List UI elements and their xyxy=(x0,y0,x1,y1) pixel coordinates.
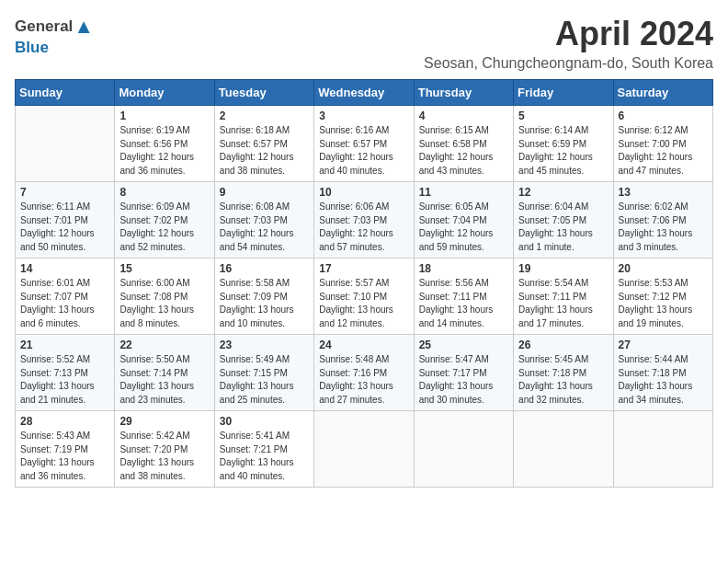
calendar-cell xyxy=(613,411,712,488)
weekday-header-friday: Friday xyxy=(514,80,613,106)
day-info: Sunrise: 5:44 AM Sunset: 7:18 PM Dayligh… xyxy=(619,353,708,407)
calendar-cell xyxy=(16,106,115,182)
calendar-cell xyxy=(314,411,414,488)
calendar-cell: 11Sunrise: 6:05 AM Sunset: 7:04 PM Dayli… xyxy=(414,182,513,259)
calendar-cell: 21Sunrise: 5:52 AM Sunset: 7:13 PM Dayli… xyxy=(16,335,115,411)
day-number: 2 xyxy=(220,109,309,122)
calendar-week-5: 28Sunrise: 5:43 AM Sunset: 7:19 PM Dayli… xyxy=(16,411,713,488)
day-number: 4 xyxy=(419,109,508,122)
calendar-cell: 28Sunrise: 5:43 AM Sunset: 7:19 PM Dayli… xyxy=(16,411,115,488)
title-area: April 2024 Seosan, Chungcheongnam-do, So… xyxy=(424,15,713,72)
day-number: 6 xyxy=(619,109,708,122)
calendar-cell xyxy=(514,411,613,488)
day-info: Sunrise: 5:45 AM Sunset: 7:18 PM Dayligh… xyxy=(518,353,608,407)
day-info: Sunrise: 6:12 AM Sunset: 7:00 PM Dayligh… xyxy=(619,124,708,178)
day-number: 3 xyxy=(319,109,408,122)
calendar-cell: 22Sunrise: 5:50 AM Sunset: 7:14 PM Dayli… xyxy=(115,335,214,411)
calendar-cell: 13Sunrise: 6:02 AM Sunset: 7:06 PM Dayli… xyxy=(613,182,712,259)
calendar-week-2: 7Sunrise: 6:11 AM Sunset: 7:01 PM Daylig… xyxy=(16,182,713,259)
calendar-cell: 5Sunrise: 6:14 AM Sunset: 6:59 PM Daylig… xyxy=(514,106,613,182)
day-number: 22 xyxy=(119,339,209,351)
page-header: General ▲ Blue April 2024 Seosan, Chungc… xyxy=(15,15,713,72)
month-title: April 2024 xyxy=(424,15,713,53)
day-info: Sunrise: 5:47 AM Sunset: 7:17 PM Dayligh… xyxy=(419,353,508,407)
weekday-header-wednesday: Wednesday xyxy=(314,80,414,106)
day-number: 23 xyxy=(220,339,309,351)
day-number: 21 xyxy=(20,339,109,351)
day-number: 27 xyxy=(619,339,708,351)
day-info: Sunrise: 5:52 AM Sunset: 7:13 PM Dayligh… xyxy=(20,353,109,407)
day-info: Sunrise: 6:14 AM Sunset: 6:59 PM Dayligh… xyxy=(518,124,608,178)
day-number: 9 xyxy=(220,186,309,199)
day-info: Sunrise: 6:01 AM Sunset: 7:07 PM Dayligh… xyxy=(20,277,109,330)
day-number: 14 xyxy=(20,262,109,275)
location-subtitle: Seosan, Chungcheongnam-do, South Korea xyxy=(424,55,713,72)
calendar-cell: 17Sunrise: 5:57 AM Sunset: 7:10 PM Dayli… xyxy=(314,259,414,335)
calendar-cell: 10Sunrise: 6:06 AM Sunset: 7:03 PM Dayli… xyxy=(314,182,414,259)
day-number: 10 xyxy=(319,186,408,199)
weekday-header-monday: Monday xyxy=(115,80,214,106)
logo-bird-icon: ▲ xyxy=(74,15,94,39)
day-number: 26 xyxy=(518,339,608,351)
day-number: 1 xyxy=(119,109,209,122)
calendar-cell: 14Sunrise: 6:01 AM Sunset: 7:07 PM Dayli… xyxy=(16,259,115,335)
calendar-header-row: SundayMondayTuesdayWednesdayThursdayFrid… xyxy=(16,80,713,106)
logo-blue: Blue xyxy=(15,39,49,57)
calendar-cell: 19Sunrise: 5:54 AM Sunset: 7:11 PM Dayli… xyxy=(514,259,613,335)
calendar-cell: 15Sunrise: 6:00 AM Sunset: 7:08 PM Dayli… xyxy=(115,259,214,335)
weekday-header-thursday: Thursday xyxy=(414,80,513,106)
day-info: Sunrise: 5:49 AM Sunset: 7:15 PM Dayligh… xyxy=(220,353,309,407)
day-info: Sunrise: 6:19 AM Sunset: 6:56 PM Dayligh… xyxy=(119,124,209,178)
day-number: 19 xyxy=(518,262,608,275)
day-number: 30 xyxy=(220,415,309,428)
calendar-cell: 30Sunrise: 5:41 AM Sunset: 7:21 PM Dayli… xyxy=(214,411,313,488)
day-info: Sunrise: 5:53 AM Sunset: 7:12 PM Dayligh… xyxy=(619,277,708,330)
calendar-week-4: 21Sunrise: 5:52 AM Sunset: 7:13 PM Dayli… xyxy=(16,335,713,411)
calendar-cell: 27Sunrise: 5:44 AM Sunset: 7:18 PM Dayli… xyxy=(613,335,712,411)
day-info: Sunrise: 5:54 AM Sunset: 7:11 PM Dayligh… xyxy=(518,277,608,330)
day-info: Sunrise: 6:08 AM Sunset: 7:03 PM Dayligh… xyxy=(220,201,309,254)
calendar-cell: 16Sunrise: 5:58 AM Sunset: 7:09 PM Dayli… xyxy=(214,259,313,335)
calendar-cell: 29Sunrise: 5:42 AM Sunset: 7:20 PM Dayli… xyxy=(115,411,214,488)
day-number: 17 xyxy=(319,262,408,275)
day-info: Sunrise: 6:16 AM Sunset: 6:57 PM Dayligh… xyxy=(319,124,408,178)
calendar-cell: 3Sunrise: 6:16 AM Sunset: 6:57 PM Daylig… xyxy=(314,106,414,182)
day-info: Sunrise: 5:56 AM Sunset: 7:11 PM Dayligh… xyxy=(419,277,508,330)
day-number: 28 xyxy=(20,415,109,428)
day-info: Sunrise: 5:57 AM Sunset: 7:10 PM Dayligh… xyxy=(319,277,408,330)
day-info: Sunrise: 6:15 AM Sunset: 6:58 PM Dayligh… xyxy=(419,124,508,178)
day-number: 29 xyxy=(119,415,209,428)
calendar-cell: 2Sunrise: 6:18 AM Sunset: 6:57 PM Daylig… xyxy=(214,106,313,182)
logo: General ▲ Blue xyxy=(15,15,94,57)
day-info: Sunrise: 5:50 AM Sunset: 7:14 PM Dayligh… xyxy=(119,353,209,407)
calendar-cell: 4Sunrise: 6:15 AM Sunset: 6:58 PM Daylig… xyxy=(414,106,513,182)
day-number: 15 xyxy=(119,262,209,275)
calendar-cell: 7Sunrise: 6:11 AM Sunset: 7:01 PM Daylig… xyxy=(16,182,115,259)
day-number: 18 xyxy=(419,262,508,275)
logo-general: General xyxy=(15,17,73,36)
day-number: 7 xyxy=(20,186,109,199)
calendar-cell: 6Sunrise: 6:12 AM Sunset: 7:00 PM Daylig… xyxy=(613,106,712,182)
weekday-header-tuesday: Tuesday xyxy=(214,80,313,106)
calendar-cell: 20Sunrise: 5:53 AM Sunset: 7:12 PM Dayli… xyxy=(613,259,712,335)
weekday-header-sunday: Sunday xyxy=(16,80,115,106)
day-number: 16 xyxy=(220,262,309,275)
day-info: Sunrise: 6:18 AM Sunset: 6:57 PM Dayligh… xyxy=(220,124,309,178)
day-info: Sunrise: 5:43 AM Sunset: 7:19 PM Dayligh… xyxy=(20,430,109,483)
calendar-table: SundayMondayTuesdayWednesdayThursdayFrid… xyxy=(15,79,713,488)
day-info: Sunrise: 6:06 AM Sunset: 7:03 PM Dayligh… xyxy=(319,201,408,254)
day-info: Sunrise: 5:41 AM Sunset: 7:21 PM Dayligh… xyxy=(220,430,309,483)
calendar-cell: 12Sunrise: 6:04 AM Sunset: 7:05 PM Dayli… xyxy=(514,182,613,259)
day-number: 20 xyxy=(619,262,708,275)
day-info: Sunrise: 6:00 AM Sunset: 7:08 PM Dayligh… xyxy=(119,277,209,330)
day-number: 8 xyxy=(119,186,209,199)
day-info: Sunrise: 5:48 AM Sunset: 7:16 PM Dayligh… xyxy=(319,353,408,407)
calendar-cell: 9Sunrise: 6:08 AM Sunset: 7:03 PM Daylig… xyxy=(214,182,313,259)
calendar-cell: 18Sunrise: 5:56 AM Sunset: 7:11 PM Dayli… xyxy=(414,259,513,335)
calendar-cell: 24Sunrise: 5:48 AM Sunset: 7:16 PM Dayli… xyxy=(314,335,414,411)
day-number: 13 xyxy=(619,186,708,199)
calendar-cell: 25Sunrise: 5:47 AM Sunset: 7:17 PM Dayli… xyxy=(414,335,513,411)
calendar-cell: 23Sunrise: 5:49 AM Sunset: 7:15 PM Dayli… xyxy=(214,335,313,411)
day-info: Sunrise: 6:05 AM Sunset: 7:04 PM Dayligh… xyxy=(419,201,508,254)
day-number: 12 xyxy=(518,186,608,199)
